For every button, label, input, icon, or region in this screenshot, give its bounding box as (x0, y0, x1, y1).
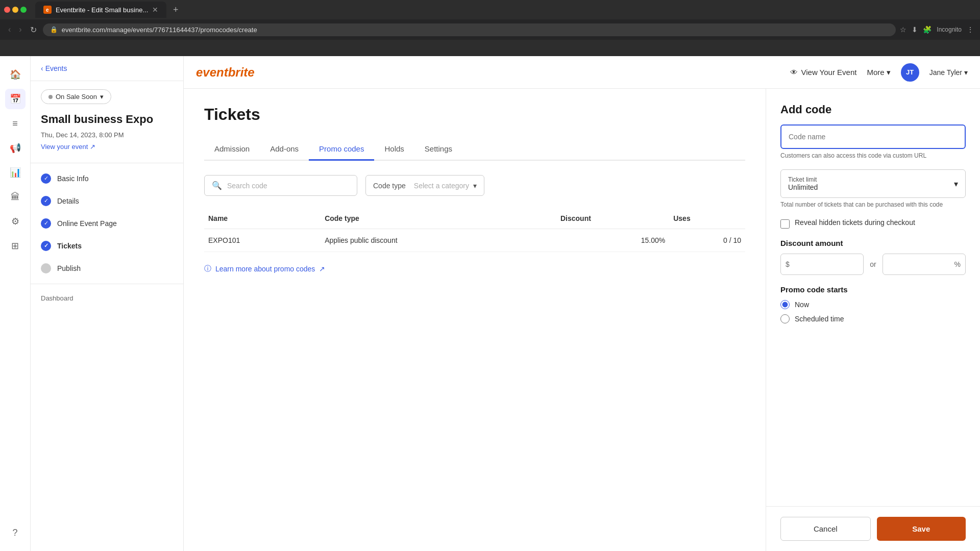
promo-starts-scheduled-label[interactable]: Scheduled time (795, 315, 844, 323)
promo-starts-scheduled-radio[interactable] (780, 314, 790, 323)
user-name[interactable]: Jane Tyler ▾ (929, 68, 968, 77)
status-dot (48, 95, 53, 99)
tab-settings[interactable]: Settings (414, 138, 462, 161)
event-date: Thu, Dec 14, 2023, 8:00 PM (41, 131, 173, 139)
back-label: Events (45, 64, 67, 72)
sidebar-item-stats[interactable]: 📊 (5, 162, 26, 183)
window-min-btn[interactable] (12, 7, 18, 13)
learn-more-link[interactable]: ⓘ Learn more about promo codes ↗ (204, 264, 745, 273)
nav-item-online-event-page[interactable]: ✓ Online Event Page (31, 212, 183, 235)
window-max-btn[interactable] (20, 7, 27, 13)
status-badge-wrapper: On Sale Soon ▾ (31, 81, 183, 108)
tab-addons[interactable]: Add-ons (260, 138, 309, 161)
back-arrow-icon: ‹ (41, 64, 43, 72)
sidebar-item-home[interactable]: 🏠 (5, 64, 26, 85)
percent-input-wrapper: % (883, 254, 966, 275)
view-event-label: View Your Event (801, 68, 856, 77)
promo-starts-label: Promo code starts (780, 285, 966, 294)
nav-item-details[interactable]: ✓ Details (31, 190, 183, 212)
incognito-label: Incognito (937, 26, 962, 33)
view-event-btn[interactable]: 👁 View Your Event (790, 68, 856, 77)
sidebar-item-finance[interactable]: 🏛 (5, 187, 26, 207)
nav-item-dashboard[interactable]: Dashboard (31, 288, 183, 308)
back-to-events-link[interactable]: ‹ Events (41, 64, 67, 72)
reveal-hidden-label[interactable]: Reveal hidden tickets during checkout (795, 218, 915, 227)
code-name-input[interactable] (780, 124, 966, 149)
tab-promo-codes[interactable]: Promo codes (309, 138, 374, 161)
nav-label-online-event-page: Online Event Page (57, 219, 117, 228)
menu-icon[interactable]: ⋮ (967, 26, 974, 34)
dollar-prefix-icon: $ (786, 260, 790, 268)
nav-check-online-event-page: ✓ (41, 218, 51, 229)
main-layout: Tickets Admission Add-ons Promo codes Ho… (184, 89, 980, 551)
nav-label-tickets: Tickets (57, 242, 82, 250)
tab-close-btn[interactable]: ✕ (152, 6, 158, 14)
row-discount: 15.00% (556, 229, 669, 252)
sidebar-item-calendar[interactable]: 📅 (5, 89, 26, 109)
save-button[interactable]: Save (877, 517, 966, 541)
sidebar-item-help[interactable]: ? (5, 522, 26, 543)
sidebar-content: On Sale Soon ▾ Small business Expo Thu, … (31, 81, 183, 308)
status-label: On Sale Soon (56, 93, 97, 101)
row-name: EXPO101 (204, 229, 321, 252)
back-btn[interactable]: ‹ (6, 23, 13, 36)
more-chevron-icon: ▾ (887, 68, 891, 77)
extensions-icon[interactable]: 🧩 (923, 26, 932, 34)
table-body: EXPO101 Applies public discount 15.00% 0… (204, 229, 745, 252)
user-name-label: Jane Tyler (929, 68, 962, 77)
nav-item-basic-info[interactable]: ✓ Basic Info (31, 167, 183, 190)
forward-btn[interactable]: › (17, 23, 23, 36)
promo-starts-now-label[interactable]: Now (795, 300, 809, 309)
bookmark-icon[interactable]: ☆ (900, 26, 906, 34)
cancel-button[interactable]: Cancel (780, 517, 871, 541)
more-label: More (867, 68, 884, 77)
icon-sidebar: 🏠 📅 ≡ 📢 📊 🏛 ⚙ ⊞ ? (0, 56, 31, 551)
reload-btn[interactable]: ↻ (28, 23, 39, 37)
eventbrite-logo: eventbrite (196, 65, 255, 80)
window-close-btn[interactable] (4, 7, 10, 13)
address-bar[interactable]: 🔒 eventbrite.com/manage/events/776711644… (43, 23, 896, 36)
download-icon[interactable]: ⬇ (912, 26, 918, 34)
browser-tab-active[interactable]: Eventbrite - Edit Small busine... ✕ (35, 2, 166, 18)
content-area: Tickets Admission Add-ons Promo codes Ho… (184, 89, 766, 551)
navbar-right: 👁 View Your Event More ▾ JT Jane Tyler ▾ (790, 63, 968, 82)
ticket-limit-control[interactable]: Ticket limit Unlimited ▾ (780, 169, 966, 198)
sidebar-item-settings[interactable]: ⚙ (5, 211, 26, 232)
discount-dollar-input[interactable] (780, 254, 864, 275)
tab-admission[interactable]: Admission (204, 138, 260, 161)
tab-holds[interactable]: Holds (374, 138, 414, 161)
reveal-hidden-checkbox[interactable] (780, 219, 790, 229)
code-name-group: Customers can also access this code via … (780, 124, 966, 159)
promo-table: Name Code type Discount Uses EXPO101 App… (204, 208, 745, 252)
promo-starts-section: Promo code starts Now Scheduled time (780, 285, 966, 323)
discount-inputs: $ or % (780, 254, 966, 275)
sidebar-item-orders[interactable]: ≡ (5, 113, 26, 134)
th-discount: Discount (556, 208, 669, 229)
sidebar-item-marketing[interactable]: 📢 (5, 138, 26, 158)
info-icon: ⓘ (204, 264, 211, 273)
promo-starts-now-radio[interactable] (780, 300, 790, 309)
table-row: EXPO101 Applies public discount 15.00% 0… (204, 229, 745, 252)
status-badge[interactable]: On Sale Soon ▾ (41, 89, 111, 104)
nav-label-details: Details (57, 197, 79, 205)
sidebar-divider (31, 163, 183, 163)
more-btn[interactable]: More ▾ (867, 68, 890, 77)
search-input[interactable] (227, 182, 350, 190)
user-avatar[interactable]: JT (901, 63, 919, 82)
user-initials: JT (906, 68, 914, 76)
or-divider: or (870, 260, 876, 268)
nav-item-publish[interactable]: Publish (31, 257, 183, 280)
browser-tab-bar: Eventbrite - Edit Small busine... ✕ + (0, 0, 980, 19)
row-uses: 0 / 10 (669, 229, 745, 252)
main-sidebar: ‹ Events On Sale Soon ▾ Small business E… (31, 56, 184, 551)
discount-percent-input[interactable] (883, 254, 966, 275)
nav-item-tickets[interactable]: ✓ Tickets (31, 235, 183, 257)
view-event-sidebar-link[interactable]: View your event ↗ (41, 143, 95, 151)
search-box: 🔍 (204, 175, 357, 196)
tabs: Admission Add-ons Promo codes Holds Sett… (204, 138, 745, 161)
panel-footer: Cancel Save (766, 506, 980, 551)
new-tab-btn[interactable]: + (168, 3, 183, 17)
code-type-select[interactable]: Code type Select a category ▾ (365, 175, 484, 196)
sidebar-item-apps[interactable]: ⊞ (5, 236, 26, 256)
status-chevron-icon: ▾ (100, 93, 104, 101)
